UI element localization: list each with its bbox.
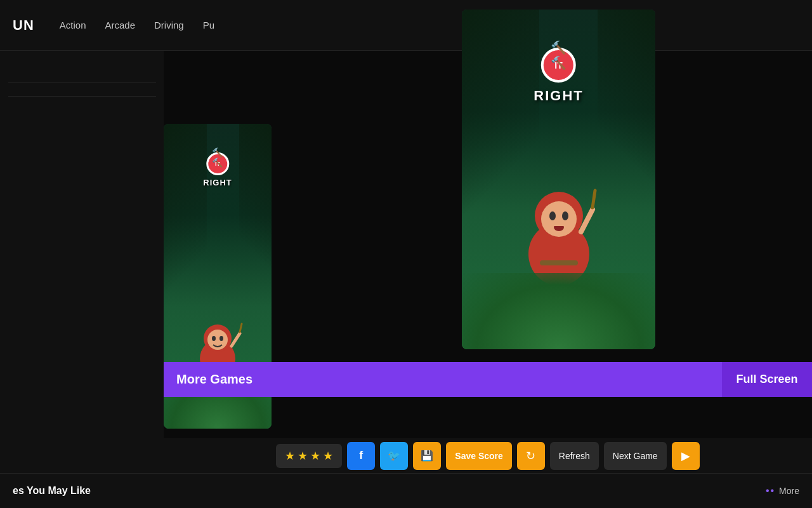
star-2: ★ bbox=[298, 449, 308, 463]
star-4: ★ bbox=[323, 449, 333, 463]
left-panel bbox=[0, 51, 165, 508]
svg-line-6 bbox=[240, 324, 242, 332]
twitter-icon: 🐦 bbox=[388, 450, 400, 462]
svg-point-3 bbox=[212, 336, 216, 341]
logo-text-large: RIGHT bbox=[534, 88, 583, 104]
next-game-button[interactable]: Next Game bbox=[604, 442, 667, 470]
svg-point-10 bbox=[549, 211, 556, 220]
save-button[interactable]: 💾 bbox=[413, 442, 441, 470]
nav-links: Action Arcade Driving Pu bbox=[60, 20, 214, 30]
footer-bar: es You May Like •• More bbox=[0, 473, 812, 508]
facebook-icon: f bbox=[359, 449, 363, 462]
action-bar: ★ ★ ★ ★ f 🐦 💾 Save Score ↻ Refresh Next … bbox=[164, 438, 812, 473]
tree-right-large bbox=[598, 10, 656, 248]
svg-rect-13 bbox=[554, 224, 564, 226]
tree-right-small bbox=[239, 124, 272, 337]
footer-more-link[interactable]: •• More bbox=[766, 485, 799, 497]
nav-arcade[interactable]: Arcade bbox=[105, 20, 135, 30]
refresh-label-button[interactable]: Refresh bbox=[550, 442, 599, 470]
fullscreen-text: Full Screen bbox=[736, 373, 797, 386]
star-1: ★ bbox=[285, 449, 295, 463]
forest-scene-large: 🔨🔨 IT RIGHT bbox=[462, 10, 655, 349]
more-dots-icon: •• bbox=[766, 485, 775, 497]
next-game-label: Next Game bbox=[613, 451, 658, 461]
star-3: ★ bbox=[310, 449, 320, 463]
svg-point-11 bbox=[562, 211, 568, 220]
star-rating[interactable]: ★ ★ ★ ★ bbox=[276, 444, 342, 468]
game-logo-large: 🔨🔨 IT RIGHT bbox=[534, 48, 583, 104]
save-icon: 💾 bbox=[421, 450, 433, 462]
next-arrow-icon: ▶ bbox=[681, 449, 690, 463]
refresh-icon: ↻ bbox=[526, 449, 535, 463]
svg-point-4 bbox=[219, 336, 223, 341]
more-label: More bbox=[779, 486, 799, 496]
svg-line-5 bbox=[232, 333, 240, 346]
navigation: UN Action Arcade Driving Pu bbox=[0, 0, 812, 51]
twitter-button[interactable]: 🐦 bbox=[380, 442, 408, 470]
next-arrow-button[interactable]: ▶ bbox=[672, 442, 700, 470]
game-logo-small: 🔨🔨 IT RIGHT bbox=[203, 152, 232, 187]
logo-text-small: RIGHT bbox=[203, 178, 232, 187]
svg-line-15 bbox=[593, 190, 595, 208]
refresh-label: Refresh bbox=[559, 451, 590, 461]
ground-large bbox=[462, 273, 655, 349]
nav-driving[interactable]: Driving bbox=[154, 20, 184, 30]
fullscreen-banner[interactable]: Full Screen bbox=[722, 362, 812, 397]
divider-1 bbox=[8, 83, 156, 83]
facebook-button[interactable]: f bbox=[347, 442, 375, 470]
nav-logo: UN bbox=[13, 17, 34, 34]
save-score-button[interactable]: Save Score bbox=[446, 442, 512, 470]
game-thumb-large[interactable]: 🔨🔨 IT RIGHT bbox=[462, 10, 655, 349]
footer-title: es You May Like bbox=[13, 485, 91, 497]
hammer-icons-large: 🔨🔨 bbox=[550, 40, 568, 70]
svg-rect-16 bbox=[540, 260, 578, 265]
character-large bbox=[518, 178, 600, 286]
hammer-icons-small: 🔨🔨 bbox=[212, 147, 223, 168]
refresh-icon-button[interactable]: ↻ bbox=[517, 442, 545, 470]
more-games-text: More Games bbox=[176, 372, 252, 387]
divider-2 bbox=[8, 96, 156, 97]
nav-more[interactable]: Pu bbox=[203, 20, 214, 30]
more-games-banner[interactable]: More Games bbox=[164, 362, 722, 397]
svg-point-9 bbox=[541, 201, 577, 237]
nav-action[interactable]: Action bbox=[60, 20, 86, 30]
save-score-label: Save Score bbox=[455, 451, 503, 461]
